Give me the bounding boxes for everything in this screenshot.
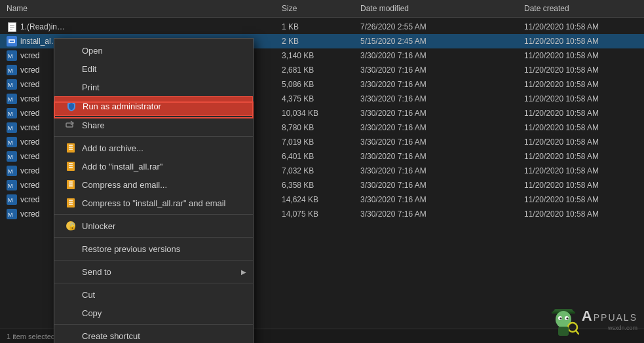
context-menu-item-edit[interactable]: Edit — [54, 60, 253, 78]
svg-text:M: M — [8, 197, 13, 204]
file-created: 11/20/2020 10:58 AM — [524, 109, 644, 118]
svg-rect-39 — [69, 185, 73, 187]
vcredist-icon: M — [7, 79, 17, 90]
file-size: 1 KB — [282, 22, 360, 31]
cut-icon — [65, 289, 77, 300]
file-created: 11/20/2020 10:58 AM — [524, 65, 644, 75]
context-menu-item-print[interactable]: Print — [54, 78, 253, 96]
file-size: 4,375 KB — [282, 94, 360, 103]
file-size: 7,032 KB — [282, 166, 360, 175]
context-menu-item-add-to-archive[interactable]: Add to archive... — [54, 139, 253, 157]
shield-icon — [66, 101, 77, 111]
copy-icon — [65, 307, 77, 319]
file-table-header: Name Size Date modified Date created — [0, 0, 644, 18]
svg-rect-27 — [66, 123, 73, 127]
compress-email-icon — [65, 179, 77, 190]
svg-rect-30 — [69, 147, 73, 148]
file-name-text: vcred — [20, 80, 39, 89]
svg-text:M: M — [8, 82, 13, 88]
file-name-text: vcred — [20, 166, 39, 175]
menu-item-label: Compress and email... — [82, 180, 167, 190]
context-menu: OpenEditPrint Run as administrator Share… — [54, 38, 254, 343]
context-menu-item-cut[interactable]: Cut — [54, 285, 253, 304]
file-name-text: vcred — [20, 109, 39, 118]
file-modified: 3/30/2020 7:16 AM — [360, 123, 524, 132]
edit-icon — [65, 63, 77, 75]
context-menu-item-run-as-admin[interactable]: Run as administrator — [54, 96, 253, 116]
context-menu-item-restore-versions[interactable]: Restore previous versions — [54, 240, 253, 258]
context-menu-item-copy[interactable]: Copy — [54, 304, 253, 322]
svg-rect-38 — [69, 183, 73, 185]
unlocker-icon: 🔓 — [65, 220, 77, 232]
vcredist-icon: M — [7, 151, 17, 162]
file-created: 11/20/2020 10:58 AM — [524, 37, 644, 46]
vcredist-icon: M — [7, 94, 17, 104]
add-to-archive-icon — [65, 142, 77, 154]
col-name-header[interactable]: Name — [0, 4, 282, 13]
file-modified: 3/30/2020 7:16 AM — [360, 80, 524, 89]
svg-rect-34 — [69, 165, 73, 166]
file-name-text: install_al… — [20, 37, 59, 46]
vcredist-icon: M — [7, 122, 17, 133]
svg-text:M: M — [8, 67, 13, 74]
svg-text:M: M — [8, 125, 13, 132]
file-name-text: vcred — [20, 65, 39, 75]
context-menu-item-compress-rar-email[interactable]: Compress to "install_all.rar" and email — [54, 194, 253, 212]
menu-item-label: Send to — [82, 267, 111, 277]
vcredist-icon: M — [7, 137, 17, 147]
menu-item-label: Cut — [82, 290, 95, 300]
context-menu-item-compress-email[interactable]: Compress and email... — [54, 175, 253, 194]
context-menu-item-add-to-install-rar[interactable]: Add to "install_all.rar" — [54, 157, 253, 175]
svg-point-53 — [566, 317, 568, 319]
file-created: 11/20/2020 10:58 AM — [524, 94, 644, 103]
txt-icon — [7, 22, 17, 32]
file-name-text: 1.(Read)in… — [20, 22, 65, 31]
svg-text:M: M — [8, 211, 13, 218]
vcredist-icon: M — [7, 209, 17, 219]
vcredist-icon: M — [7, 108, 17, 118]
file-modified: 3/30/2020 7:16 AM — [360, 195, 524, 204]
installer-icon — [7, 36, 17, 46]
menu-item-label: Run as administrator — [83, 101, 161, 111]
menu-item-label: Copy — [82, 308, 102, 318]
svg-text:🔓: 🔓 — [68, 222, 76, 230]
file-name-text: vcred — [20, 94, 39, 103]
context-menu-item-share[interactable]: Share — [54, 116, 253, 134]
svg-rect-35 — [69, 167, 73, 168]
file-created: 11/20/2020 10:58 AM — [524, 123, 644, 132]
file-created: 11/20/2020 10:58 AM — [524, 152, 644, 161]
file-size: 2 KB — [282, 37, 360, 46]
print-icon — [65, 81, 77, 93]
svg-text:M: M — [8, 53, 13, 60]
context-menu-item-open[interactable]: Open — [54, 41, 253, 60]
col-modified-header[interactable]: Date modified — [360, 4, 524, 13]
file-modified: 7/26/2020 2:55 AM — [360, 22, 524, 31]
file-size: 14,075 KB — [282, 209, 360, 219]
create-shortcut-icon — [65, 330, 77, 342]
context-menu-item-create-shortcut[interactable]: Create shortcut — [54, 327, 253, 343]
svg-rect-42 — [69, 202, 73, 203]
col-created-header[interactable]: Date created — [524, 4, 644, 13]
svg-text:M: M — [8, 139, 13, 146]
context-menu-item-unlocker[interactable]: 🔓 Unlocker — [54, 217, 253, 235]
svg-rect-56 — [558, 327, 569, 336]
file-size: 7,019 KB — [282, 137, 360, 147]
file-created: 11/20/2020 10:58 AM — [524, 209, 644, 219]
svg-rect-2 — [10, 41, 14, 42]
archive-icon — [66, 198, 76, 208]
file-modified: 3/30/2020 7:16 AM — [360, 51, 524, 60]
vcredist-icon: M — [7, 50, 17, 61]
appuals-brand-text: APPUALS — [582, 308, 637, 325]
context-menu-separator — [54, 283, 253, 283]
col-size-header[interactable]: Size — [282, 4, 360, 13]
file-name-text: vcred — [20, 195, 39, 204]
compress-rar-email-icon — [65, 197, 77, 209]
context-menu-separator — [54, 324, 253, 325]
svg-text:M: M — [8, 183, 13, 189]
share-icon — [65, 119, 77, 131]
file-name-text: vcred — [20, 123, 39, 132]
file-name: 1.(Read)in… — [0, 22, 282, 32]
file-size: 2,681 KB — [282, 65, 360, 75]
table-row[interactable]: 1.(Read)in… 1 KB 7/26/2020 2:55 AM 11/20… — [0, 20, 644, 34]
context-menu-item-send-to[interactable]: Send to▶ — [54, 262, 253, 281]
